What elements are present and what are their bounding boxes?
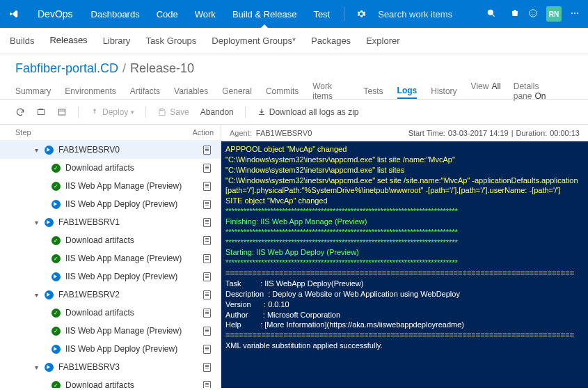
detail-tab-artifacts[interactable]: Artifacts [130, 83, 160, 99]
log-icon[interactable] [203, 146, 211, 155]
check-icon: ✓ [51, 254, 61, 263]
task-row[interactable]: ✓Download artifacts [0, 159, 221, 177]
deploy-button[interactable]: Deploy▾ [90, 107, 134, 117]
start-time-label: Start Time: [408, 129, 445, 137]
refresh-button[interactable] [15, 107, 25, 117]
toolbar: Deploy▾ Save Abandon Download all logs a… [0, 100, 588, 125]
breadcrumb-link[interactable]: Fabfiber-portal.CD [15, 61, 118, 76]
search-icon[interactable] [486, 8, 496, 20]
open-button[interactable] [36, 107, 46, 117]
chevron-down-icon[interactable]: ▾ [35, 291, 43, 299]
details-pane-toggle[interactable]: Details paneOn [514, 81, 573, 101]
task-row[interactable]: ✓IIS Web App Manage (Preview) [0, 322, 221, 340]
tab-deployment-groups-[interactable]: Deployment Groups* [210, 28, 297, 54]
task-row[interactable]: ✓IIS Web App Manage (Preview) [0, 249, 221, 267]
breadcrumb-current: Release-10 [130, 61, 194, 76]
log-icon[interactable] [203, 254, 211, 263]
duration-value: 00:00:13 [550, 129, 580, 137]
check-icon: ✓ [51, 164, 61, 173]
task-row[interactable]: IIS Web App Deploy (Preview) [0, 340, 221, 358]
duration-sep: | [511, 129, 514, 137]
server-row[interactable]: ▾FAB1WEBSRV3 [0, 358, 221, 376]
task-row[interactable]: ✓IIS Web App Manage (Preview) [0, 177, 221, 195]
task-row[interactable]: ✓Download artifacts [0, 304, 221, 322]
more-icon[interactable] [570, 8, 580, 20]
tab-library[interactable]: Library [102, 28, 132, 54]
shopping-icon[interactable] [510, 8, 520, 20]
detail-tab-history[interactable]: History [431, 83, 456, 99]
server-name: FAB1WEBSRV1 [58, 217, 200, 227]
nav-test[interactable]: Test [305, 0, 338, 28]
log-icon[interactable] [203, 381, 211, 389]
task-row[interactable]: IIS Web App Deploy (Preview) [0, 267, 221, 286]
chevron-down-icon[interactable]: ▾ [35, 219, 43, 226]
panel-button[interactable] [57, 107, 67, 117]
log-icon[interactable] [203, 236, 211, 245]
detail-tab-commits[interactable]: Commits [266, 83, 299, 99]
chevron-down-icon[interactable]: ▾ [35, 146, 43, 154]
detail-tab-general[interactable]: General [222, 83, 252, 99]
log-icon[interactable] [203, 327, 211, 336]
tab-task-groups[interactable]: Task Groups [144, 28, 198, 54]
log-icon[interactable] [203, 200, 211, 209]
play-icon [51, 345, 61, 354]
breadcrumb: Fabfiber-portal.CD / Release-10 [0, 54, 588, 80]
detail-tab-variables[interactable]: Variables [174, 83, 208, 99]
server-name: FAB1WEBSRV3 [58, 362, 200, 372]
search-input[interactable] [378, 9, 475, 20]
save-button[interactable]: Save [157, 107, 189, 117]
log-icon[interactable] [203, 290, 211, 299]
tab-explorer[interactable]: Explorer [365, 28, 401, 54]
log-icon[interactable] [203, 309, 211, 318]
vs-logo[interactable] [0, 9, 28, 19]
svg-point-0 [488, 10, 493, 15]
log-icon[interactable] [203, 164, 211, 173]
log-icon[interactable] [203, 182, 211, 191]
nav-build-release[interactable]: Build & Release [224, 0, 305, 28]
log-icon[interactable] [203, 363, 211, 372]
detail-tab-environments[interactable]: Environments [65, 83, 116, 99]
top-nav: DevOps DashboardsCodeWorkBuild & Release… [0, 0, 588, 28]
agent-value: FAB1WEBSRV0 [256, 129, 312, 137]
tab-packages[interactable]: Packages [310, 28, 352, 54]
log-body[interactable]: APPPOOL object "MvcAp" changed"C:\Window… [221, 141, 588, 388]
nav-dashboards[interactable]: Dashboards [83, 0, 148, 28]
smiley-icon[interactable] [528, 8, 538, 20]
abandon-button[interactable]: Abandon [200, 107, 234, 117]
download-logs-button[interactable]: Download all logs as zip [257, 107, 359, 117]
detail-tab-tests[interactable]: Tests [364, 83, 383, 99]
detail-tab-work-items[interactable]: Work items [312, 83, 349, 99]
server-row[interactable]: ▾FAB1WEBSRV2 [0, 286, 221, 304]
tab-builds[interactable]: Builds [8, 28, 35, 54]
log-icon[interactable] [203, 345, 211, 354]
svg-rect-11 [161, 109, 164, 110]
tab-releases[interactable]: Releases [48, 28, 88, 54]
svg-point-6 [574, 12, 575, 13]
task-name: IIS Web App Manage (Preview) [65, 254, 200, 263]
log-icon[interactable] [203, 272, 211, 281]
view-toggle[interactable]: ViewAll [471, 81, 501, 101]
server-row[interactable]: ▾FAB1WEBSRV1 [0, 213, 221, 231]
log-header: Agent: FAB1WEBSRV0 Start Time: 03-03-201… [221, 125, 588, 141]
detail-tab-summary[interactable]: Summary [15, 83, 51, 99]
brand-label[interactable]: DevOps [28, 8, 83, 20]
server-row[interactable]: ▾FAB1WEBSRV0 [0, 141, 221, 159]
breadcrumb-sep: / [122, 61, 126, 76]
task-row[interactable]: ✓Download artifacts [0, 376, 221, 388]
avatar[interactable]: RN [546, 6, 562, 22]
play-icon [51, 200, 61, 209]
toolbar-sep [245, 107, 246, 118]
task-row[interactable]: IIS Web App Deploy (Preview) [0, 195, 221, 213]
check-icon: ✓ [51, 182, 61, 191]
chevron-down-icon[interactable]: ▾ [35, 364, 43, 371]
search-box[interactable] [372, 8, 502, 20]
svg-point-3 [532, 12, 532, 13]
task-row[interactable]: ✓Download artifacts [0, 231, 221, 249]
log-icon[interactable] [203, 218, 211, 227]
nav-work[interactable]: Work [186, 0, 224, 28]
detail-tab-logs[interactable]: Logs [397, 83, 418, 99]
log-panel: Agent: FAB1WEBSRV0 Start Time: 03-03-201… [221, 125, 588, 388]
gear-icon[interactable] [350, 9, 372, 19]
nav-code[interactable]: Code [148, 0, 186, 28]
steps-panel: Step Action ▾FAB1WEBSRV0✓Download artifa… [0, 125, 221, 388]
